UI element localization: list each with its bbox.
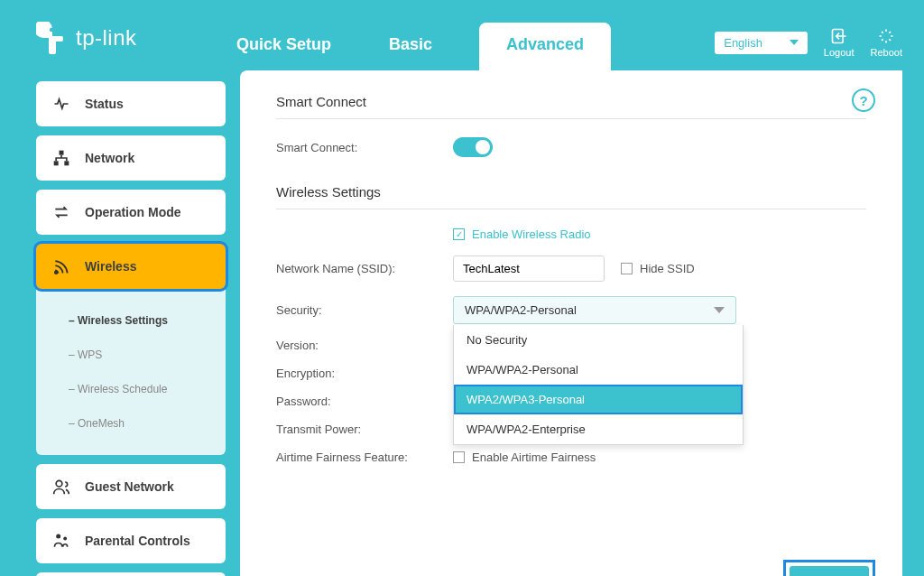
hide-ssid-checkbox[interactable]: ✓ Hide SSID bbox=[621, 262, 695, 275]
subnav-wireless-schedule[interactable]: – Wireless Schedule bbox=[69, 372, 226, 406]
sidebar-item-operation-mode[interactable]: Operation Mode bbox=[36, 190, 226, 235]
sidebar-item-parental-controls[interactable]: Parental Controls bbox=[36, 518, 226, 563]
svg-rect-3 bbox=[54, 161, 59, 165]
smart-connect-toggle[interactable] bbox=[453, 137, 493, 157]
sidebar-item-status[interactable]: Status bbox=[36, 81, 226, 126]
pulse-icon bbox=[52, 95, 70, 113]
sidebar-item-guest-network[interactable]: Guest Network bbox=[36, 464, 226, 509]
transmit-power-label: Transmit Power: bbox=[276, 423, 453, 436]
sidebar-item-network[interactable]: Network bbox=[36, 135, 226, 181]
security-option-wpa-wpa2-enterprise[interactable]: WPA/WPA2-Enterprise bbox=[454, 414, 743, 444]
network-icon bbox=[52, 149, 70, 167]
svg-point-0 bbox=[50, 28, 53, 32]
reboot-button[interactable]: Reboot bbox=[871, 27, 902, 58]
language-value: English bbox=[724, 36, 762, 50]
save-highlight: Save bbox=[783, 560, 875, 576]
checkbox-icon: ✓ bbox=[621, 263, 633, 274]
ssid-input[interactable] bbox=[453, 255, 605, 282]
svg-point-5 bbox=[55, 271, 58, 274]
main-panel: ? Smart Connect Smart Connect: Wireless … bbox=[240, 70, 902, 576]
sidebar-item-qos[interactable]: QoS bbox=[36, 572, 226, 576]
airtime-fairness-checkbox[interactable]: ✓ Enable Airtime Fairness bbox=[453, 451, 596, 464]
swap-icon bbox=[52, 203, 70, 221]
parental-icon bbox=[52, 532, 70, 550]
main-tabs: Quick Setup Basic Advanced bbox=[226, 0, 611, 70]
subnav-onemesh[interactable]: – OneMesh bbox=[69, 406, 226, 441]
subnav-wireless-settings[interactable]: – Wireless Settings bbox=[69, 303, 226, 338]
wireless-settings-title: Wireless Settings bbox=[276, 184, 866, 209]
security-option-wpa2-wpa3-personal[interactable]: WPA2/WPA3-Personal bbox=[454, 385, 743, 414]
tab-basic[interactable]: Basic bbox=[378, 23, 443, 70]
brand-logo: tp-link bbox=[36, 22, 226, 54]
checkbox-icon: ✓ bbox=[453, 451, 465, 463]
airtime-fairness-label: Airtime Fairness Feature: bbox=[276, 451, 453, 464]
help-button[interactable]: ? bbox=[852, 88, 875, 112]
brand-name: tp-link bbox=[76, 25, 137, 51]
enable-wireless-radio-checkbox[interactable]: ✓ Enable Wireless Radio bbox=[453, 228, 591, 241]
language-select[interactable]: English bbox=[715, 32, 808, 54]
svg-rect-2 bbox=[60, 151, 64, 155]
svg-point-6 bbox=[56, 480, 62, 487]
ssid-label: Network Name (SSID): bbox=[276, 262, 453, 275]
reboot-icon bbox=[876, 27, 896, 45]
save-button[interactable]: Save bbox=[790, 566, 869, 576]
guest-icon bbox=[52, 478, 70, 496]
check-icon: ✓ bbox=[453, 228, 465, 240]
logout-icon bbox=[829, 27, 849, 45]
sidebar-item-wireless[interactable]: Wireless bbox=[36, 244, 226, 289]
smart-connect-label: Smart Connect: bbox=[276, 141, 453, 154]
encryption-label: Encryption: bbox=[276, 367, 453, 380]
security-label: Security: bbox=[276, 303, 453, 317]
svg-rect-4 bbox=[64, 161, 69, 165]
security-dropdown: No Security WPA/WPA2-Personal WPA2/WPA3-… bbox=[453, 325, 744, 445]
smart-connect-title: Smart Connect bbox=[276, 94, 866, 119]
password-label: Password: bbox=[276, 395, 453, 408]
tab-advanced[interactable]: Advanced bbox=[479, 23, 611, 70]
logout-button[interactable]: Logout bbox=[824, 27, 855, 58]
version-label: Version: bbox=[276, 339, 453, 352]
wifi-icon bbox=[52, 257, 70, 275]
subnav-wps[interactable]: – WPS bbox=[69, 338, 226, 372]
svg-point-8 bbox=[63, 537, 67, 541]
security-option-no-security[interactable]: No Security bbox=[454, 325, 743, 355]
svg-point-7 bbox=[56, 534, 60, 539]
security-select[interactable]: WPA/WPA2-Personal bbox=[453, 296, 736, 324]
security-option-wpa-wpa2-personal[interactable]: WPA/WPA2-Personal bbox=[454, 355, 743, 385]
wireless-submenu: – Wireless Settings – WPS – Wireless Sch… bbox=[36, 289, 226, 455]
tab-quick-setup[interactable]: Quick Setup bbox=[226, 23, 342, 70]
tplink-logo-icon bbox=[36, 22, 69, 54]
sidebar: Status Network Operation Mode Wireless –… bbox=[36, 81, 226, 576]
